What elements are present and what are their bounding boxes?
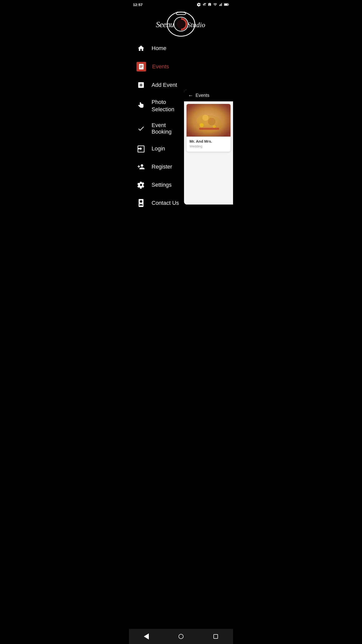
contact-icon <box>137 198 146 208</box>
event-card-info: Mr. And Mrs. Wedding <box>187 137 231 152</box>
svg-rect-16 <box>140 67 142 68</box>
svg-rect-2 <box>221 4 221 6</box>
svg-rect-17 <box>139 199 143 207</box>
svg-point-26 <box>208 118 215 125</box>
seenu-studio-logo: Seenu Studio <box>151 9 211 37</box>
add-event-icon <box>137 80 146 90</box>
login-icon <box>137 144 146 153</box>
svg-rect-19 <box>138 200 139 201</box>
back-button[interactable]: ← <box>188 93 193 98</box>
settings-label: Settings <box>152 182 172 188</box>
svg-rect-20 <box>138 202 139 202</box>
register-label: Register <box>152 164 172 170</box>
sidebar-item-contact[interactable]: Contact Us <box>134 194 189 212</box>
svg-rect-29 <box>199 128 219 130</box>
wedding-image-svg <box>187 104 231 137</box>
event-booking-icon <box>137 124 146 133</box>
settings-status-icon <box>197 3 201 7</box>
photo-selection-label: Photo Selection <box>152 99 187 113</box>
event-card-subtitle: Wedding <box>190 144 228 148</box>
status-time: 12:57 <box>133 3 143 7</box>
svg-point-28 <box>213 125 216 128</box>
events-icon <box>137 62 146 71</box>
logo-area: Seenu Studio <box>129 9 233 37</box>
sidebar-item-login[interactable]: Login <box>134 140 189 158</box>
events-label: Events <box>152 63 169 70</box>
settings-icon <box>137 180 146 189</box>
events-panel-header: ← Events <box>184 90 233 101</box>
svg-text:Seenu: Seenu <box>156 20 174 29</box>
svg-point-9 <box>176 20 186 29</box>
svg-rect-3 <box>221 3 222 6</box>
event-booking-label: Event Booking <box>152 122 187 135</box>
svg-rect-15 <box>140 66 143 67</box>
home-icon <box>137 44 146 53</box>
status-icons <box>197 3 229 7</box>
contact-label: Contact Us <box>152 200 179 206</box>
event-card-image <box>187 104 231 137</box>
event-card[interactable]: Mr. And Mrs. Wedding <box>187 104 231 152</box>
sidebar-item-event-booking[interactable]: Event Booking <box>134 117 189 140</box>
font-status-icon <box>202 3 206 7</box>
svg-rect-1 <box>220 4 220 6</box>
svg-rect-0 <box>219 5 220 6</box>
sidebar-item-settings[interactable]: Settings <box>134 176 189 194</box>
svg-rect-6 <box>229 4 229 5</box>
wifi-icon <box>213 3 217 7</box>
events-panel-body: Mr. And Mrs. Wedding <box>184 104 233 205</box>
svg-rect-21 <box>138 203 139 204</box>
event-card-title: Mr. And Mrs. <box>190 139 228 143</box>
svg-rect-5 <box>224 4 228 5</box>
svg-point-27 <box>200 123 204 127</box>
status-bar: 12:57 <box>129 0 233 9</box>
home-label: Home <box>152 45 166 52</box>
sidebar-item-events[interactable]: Events <box>134 57 189 76</box>
register-icon <box>137 162 146 171</box>
sidebar-item-photo-selection[interactable]: Photo Selection <box>134 94 189 117</box>
svg-point-25 <box>202 115 208 121</box>
svg-rect-14 <box>140 65 143 66</box>
events-panel-title: Events <box>196 93 209 98</box>
events-panel: ← Events <box>184 90 233 205</box>
photo-selection-icon <box>137 101 146 110</box>
svg-point-18 <box>140 200 142 203</box>
add-event-label: Add Event <box>152 82 177 88</box>
sidebar-item-register[interactable]: Register <box>134 158 189 176</box>
signal-icon <box>219 3 222 7</box>
clipboard-status-icon <box>208 3 211 7</box>
svg-text:Studio: Studio <box>187 21 205 29</box>
login-label: Login <box>152 145 165 152</box>
battery-icon <box>224 3 229 7</box>
sidebar-item-home[interactable]: Home <box>134 39 189 57</box>
sidebar-item-add-event[interactable]: Add Event <box>134 76 189 94</box>
